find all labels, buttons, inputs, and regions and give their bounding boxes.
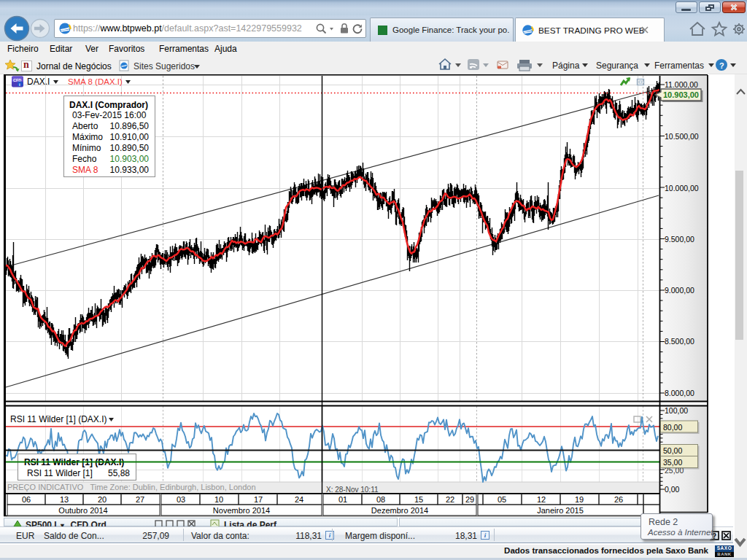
svg-text:06: 06 [22, 495, 31, 504]
svg-text:05: 05 [498, 495, 506, 504]
svg-text:10.000,00: 10.000,00 [665, 184, 699, 192]
svg-text:X: 28-Nov 10:11: X: 28-Nov 10:11 [326, 486, 379, 494]
svg-text:Segurança: Segurança [596, 61, 638, 71]
svg-text:DAX.I (Comprador): DAX.I (Comprador) [69, 100, 148, 110]
svg-text:100,00: 100,00 [665, 406, 688, 415]
svg-text:10.890,50: 10.890,50 [110, 143, 150, 153]
svg-text:10: 10 [214, 495, 223, 504]
svg-text:Janeiro 2015: Janeiro 2015 [537, 506, 584, 515]
svg-text:Novembro 2014: Novembro 2014 [213, 506, 270, 515]
svg-text:9.000,00: 9.000,00 [665, 286, 694, 295]
svg-text:26: 26 [614, 495, 623, 504]
svg-text:SMA 8: SMA 8 [72, 165, 98, 175]
svg-text:03-Fev-2015 16:00: 03-Fev-2015 16:00 [72, 110, 147, 120]
svg-text:Máximo: Máximo [72, 132, 103, 142]
svg-text:10.903,00: 10.903,00 [663, 90, 699, 99]
svg-text:10.896,50: 10.896,50 [110, 121, 150, 131]
svg-text:12: 12 [537, 495, 546, 504]
svg-text:9.500,00: 9.500,00 [665, 235, 694, 244]
svg-text:03: 03 [177, 495, 185, 504]
svg-text:Ferramentas: Ferramentas [654, 61, 704, 71]
svg-text:?: ? [719, 61, 724, 70]
svg-text:Fecho: Fecho [72, 154, 97, 164]
svg-text:29: 29 [465, 495, 474, 504]
svg-text:10.500,00: 10.500,00 [665, 132, 699, 141]
svg-text:Página: Página [552, 61, 580, 71]
svg-text:35,00: 35,00 [663, 458, 682, 467]
svg-text:Outubro 2014: Outubro 2014 [58, 506, 107, 515]
svg-text:RSI 11 Wilder [1] (DAX.I): RSI 11 Wilder [1] (DAX.I) [10, 414, 107, 424]
svg-text:Dezembro 2014: Dezembro 2014 [371, 506, 428, 515]
svg-text:10.903,00: 10.903,00 [110, 154, 150, 164]
svg-text:RSI 11 Wilder [1]: RSI 11 Wilder [1] [27, 468, 93, 478]
svg-text:20: 20 [98, 495, 107, 504]
svg-text:15: 15 [414, 495, 423, 504]
svg-text:17: 17 [254, 495, 263, 504]
svg-text:22: 22 [446, 495, 454, 504]
svg-text:8.500,00: 8.500,00 [665, 337, 694, 346]
svg-text:08: 08 [376, 495, 385, 504]
svg-text:24: 24 [295, 495, 303, 504]
svg-text:0,00: 0,00 [665, 485, 680, 494]
svg-text:27: 27 [136, 495, 144, 504]
svg-text:55,88: 55,88 [108, 468, 130, 478]
svg-text:DAX.I: DAX.I [27, 77, 50, 87]
svg-text:10.933,00: 10.933,00 [110, 165, 150, 175]
svg-text:Aberto: Aberto [72, 121, 98, 131]
svg-text:80,00: 80,00 [663, 423, 682, 432]
svg-text:Mínimo: Mínimo [72, 143, 101, 153]
svg-text:SMA 8 (DAX.I): SMA 8 (DAX.I) [68, 77, 123, 86]
svg-text:PREÇO INDICATIVO Time Zone:: PREÇO INDICATIVO Time Zone: Dublin, Edin… [7, 483, 256, 491]
svg-text:01: 01 [338, 495, 347, 504]
svg-text:11.000,00: 11.000,00 [665, 80, 698, 89]
svg-text:19: 19 [575, 495, 584, 504]
svg-text:13: 13 [60, 495, 69, 504]
svg-text:8.000,00: 8.000,00 [665, 389, 694, 397]
svg-text:10.910,00: 10.910,00 [110, 132, 150, 142]
svg-text:50,00: 50,00 [663, 446, 682, 455]
